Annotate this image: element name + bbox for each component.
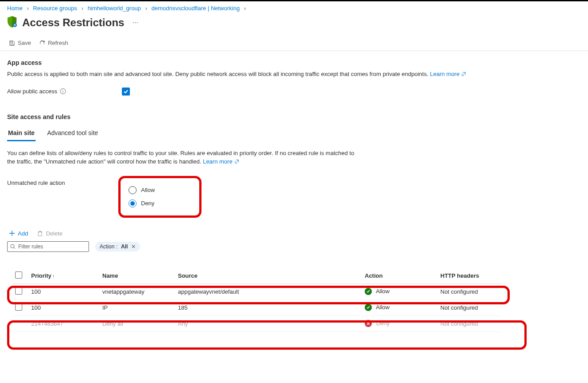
refresh-icon xyxy=(39,40,45,46)
deny-icon xyxy=(365,320,372,327)
cell-priority: 100 xyxy=(28,299,100,315)
site-tabs: Main site Advanced tool site xyxy=(7,127,581,142)
chevron-right-icon: › xyxy=(244,5,246,12)
table-row[interactable]: 100 vnetappgateway appgatewayvnet/defaul… xyxy=(12,283,502,299)
filter-searchbox[interactable] xyxy=(7,241,89,252)
row-checkbox[interactable] xyxy=(15,303,22,311)
breadcrumb-resource-groups[interactable]: Resource groups xyxy=(33,5,77,12)
add-label: Add xyxy=(18,230,28,237)
cell-name: Deny all xyxy=(100,315,175,331)
site-access-heading: Site access and rules xyxy=(7,113,581,120)
site-access-section: Site access and rules Main site Advanced… xyxy=(0,96,588,350)
svg-point-1 xyxy=(11,244,14,248)
tab-main-site[interactable]: Main site xyxy=(7,127,36,141)
app-access-description: Public access is applied to both main si… xyxy=(7,70,581,79)
save-label: Save xyxy=(18,40,31,46)
delete-rule-button: Delete xyxy=(37,230,63,237)
chevron-right-icon: › xyxy=(27,5,28,12)
pill-value: All xyxy=(121,243,128,250)
cell-name: vnetappgateway xyxy=(100,283,175,299)
cell-action: Allow xyxy=(362,299,438,315)
allow-public-access-label: Allow public access i xyxy=(7,88,118,95)
app-access-heading: App access xyxy=(7,59,581,66)
cell-source: Any xyxy=(175,315,362,331)
cell-source: 185 xyxy=(175,299,362,315)
add-rule-button[interactable]: Add xyxy=(9,230,28,237)
page-title: Access Restrictions xyxy=(22,16,124,29)
breadcrumb-networking[interactable]: demodnsvscloudflare | Networking xyxy=(151,5,239,12)
radio-icon xyxy=(129,186,137,194)
learn-more-rules-link[interactable]: Learn more xyxy=(203,157,239,166)
refresh-button[interactable]: Refresh xyxy=(39,40,68,46)
breadcrumb-home[interactable]: Home xyxy=(7,5,23,12)
clear-filter-icon[interactable]: ✕ xyxy=(131,243,136,250)
cell-http: Not configured xyxy=(438,299,502,315)
allow-icon xyxy=(365,304,372,311)
tab-advanced-tool-site[interactable]: Advanced tool site xyxy=(46,127,99,141)
cell-priority: 2147483647 xyxy=(28,315,100,331)
rules-list-commands: Add Delete xyxy=(9,230,581,237)
chevron-right-icon: › xyxy=(81,5,83,12)
cell-http: Not configured xyxy=(438,283,502,299)
learn-more-link[interactable]: Learn more xyxy=(430,70,466,79)
pill-key: Action : xyxy=(100,243,117,250)
filter-row: Action : All ✕ xyxy=(7,241,581,252)
table-row: 2147483647 Deny all Any Deny Not configu… xyxy=(12,315,502,331)
cell-http: Not configured xyxy=(438,315,502,331)
radio-allow[interactable]: Allow xyxy=(129,184,155,197)
row-checkbox[interactable] xyxy=(15,287,22,295)
sort-up-icon: ↑ xyxy=(52,273,55,279)
unmatched-rule-action-label: Unmatched rule action xyxy=(7,176,118,186)
rules-table: Priority↑ Name Source Action HTTP header… xyxy=(12,268,502,332)
rules-table-wrap: Priority↑ Name Source Action HTTP header… xyxy=(7,268,581,350)
action-filter-pill[interactable]: Action : All ✕ xyxy=(95,242,140,251)
info-icon[interactable]: i xyxy=(60,88,66,94)
checkmark-icon xyxy=(123,89,129,94)
radio-deny[interactable]: Deny xyxy=(129,197,155,210)
save-icon xyxy=(9,40,15,46)
allow-public-access-checkbox[interactable] xyxy=(122,88,130,96)
filter-input[interactable] xyxy=(18,243,86,250)
radio-icon xyxy=(129,199,137,207)
col-action[interactable]: Action xyxy=(362,268,438,284)
allow-icon xyxy=(365,288,372,295)
allow-public-access-row: Allow public access i xyxy=(7,88,581,96)
shield-icon xyxy=(7,16,17,29)
col-name[interactable]: Name xyxy=(100,268,175,284)
table-header-row: Priority↑ Name Source Action HTTP header… xyxy=(12,268,502,284)
col-priority[interactable]: Priority↑ xyxy=(28,268,100,284)
more-actions-button[interactable]: ··· xyxy=(129,19,141,27)
header-checkbox[interactable] xyxy=(12,268,28,284)
col-source[interactable]: Source xyxy=(175,268,362,284)
breadcrumb: Home › Resource groups › himhelloworld_g… xyxy=(0,1,588,14)
trash-icon xyxy=(37,230,43,236)
table-row[interactable]: 100 IP 185 Allow Not configured xyxy=(12,299,502,315)
chevron-right-icon: › xyxy=(145,5,147,12)
radio-deny-label: Deny xyxy=(141,200,154,207)
refresh-label: Refresh xyxy=(48,40,68,46)
cell-action: Allow xyxy=(362,283,438,299)
radio-allow-label: Allow xyxy=(141,187,155,193)
page-header: Access Restrictions ··· xyxy=(0,14,588,40)
unmatched-rule-action-group: Unmatched rule action Allow Deny xyxy=(7,176,581,218)
plus-icon xyxy=(9,230,15,236)
delete-label: Delete xyxy=(46,230,63,237)
cell-name: IP xyxy=(100,299,175,315)
cell-source: appgatewayvnet/default xyxy=(175,283,362,299)
col-http-headers[interactable]: HTTP headers xyxy=(438,268,502,284)
external-link-icon xyxy=(234,159,239,164)
breadcrumb-group[interactable]: himhelloworld_group xyxy=(88,5,141,12)
cell-action: Deny xyxy=(362,315,438,331)
cell-priority: 100 xyxy=(28,283,100,299)
app-access-section: App access Public access is applied to b… xyxy=(0,51,588,96)
search-icon xyxy=(10,244,16,249)
site-rules-description: You can define lists of allow/deny rules… xyxy=(7,149,363,166)
command-bar: Save Refresh xyxy=(0,40,588,51)
external-link-icon xyxy=(461,72,466,76)
save-button[interactable]: Save xyxy=(9,40,31,46)
unmatched-radio-highlight: Allow Deny xyxy=(118,176,201,218)
